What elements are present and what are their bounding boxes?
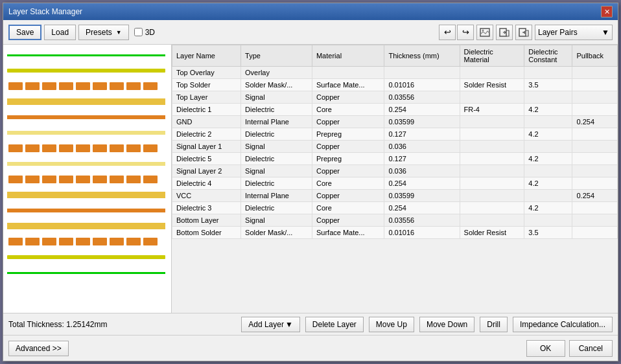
preview-bottom-solder bbox=[5, 249, 170, 265]
export-icon-button[interactable] bbox=[515, 25, 532, 40]
presets-button[interactable]: Presets ▼ bbox=[78, 25, 129, 40]
table-row[interactable]: Top SolderSolder Mask/...Surface Mate...… bbox=[172, 79, 618, 91]
table-row[interactable]: Bottom LayerSignalCopper0.03556 bbox=[172, 214, 618, 227]
drill-button[interactable]: Drill bbox=[480, 317, 508, 332]
preview-dielectric-2 bbox=[5, 125, 170, 141]
table-row[interactable]: Bottom SolderSolder Mask/...Surface Mate… bbox=[172, 227, 618, 239]
main-toolbar: Save Load Presets ▼ 3D ↩ ↪ bbox=[3, 20, 618, 45]
image-icon-button[interactable] bbox=[476, 25, 493, 40]
load-button[interactable]: Load bbox=[44, 25, 76, 40]
preview-top-solder bbox=[5, 63, 170, 78]
table-row[interactable]: Top LayerSignalCopper0.03556 bbox=[172, 91, 618, 104]
col-thickness: Thickness (mm) bbox=[384, 45, 460, 67]
preview-top-layer bbox=[5, 78, 170, 94]
redo-button[interactable]: ↪ bbox=[457, 25, 474, 40]
preview-signal-2 bbox=[5, 172, 170, 187]
preview-dielectric-4 bbox=[5, 187, 170, 203]
svg-rect-0 bbox=[480, 28, 489, 36]
svg-point-1 bbox=[482, 29, 484, 31]
import-icon-button[interactable] bbox=[496, 25, 513, 40]
table-row[interactable]: GNDInternal PlaneCopper0.035990.254 bbox=[172, 116, 618, 128]
preview-bottom-layer bbox=[5, 234, 170, 249]
col-pullback: Pullback bbox=[572, 45, 618, 67]
layer-pairs-arrow: ▼ bbox=[602, 28, 609, 37]
table-wrapper[interactable]: Layer Name Type Material Thickness (mm) … bbox=[172, 45, 618, 313]
preview-vcc bbox=[5, 203, 170, 218]
move-up-button[interactable]: Move Up bbox=[369, 317, 414, 332]
preview-dielectric-1 bbox=[5, 94, 170, 109]
ok-button[interactable]: OK bbox=[526, 340, 565, 357]
title-bar: Layer Stack Manager ✕ bbox=[3, 3, 618, 20]
undo-redo-group: ↩ ↪ bbox=[439, 25, 474, 40]
import-icon bbox=[499, 28, 510, 37]
table-row[interactable]: Top OverlayOverlay bbox=[172, 67, 618, 79]
bottom-toolbar: Advanced >> OK Cancel bbox=[3, 335, 618, 361]
table-row[interactable]: Dielectric 5DielectricPrepreg0.1274.2 bbox=[172, 153, 618, 165]
table-row[interactable]: Signal Layer 1SignalCopper0.036 bbox=[172, 141, 618, 153]
preview-signal-1 bbox=[5, 141, 170, 156]
impedance-button[interactable]: Impedance Calculation... bbox=[513, 317, 613, 332]
layer-pairs-dropdown[interactable]: Layer Pairs ▼ bbox=[535, 25, 613, 40]
close-button[interactable]: ✕ bbox=[601, 6, 613, 17]
window-title: Layer Stack Manager bbox=[8, 7, 82, 16]
preview-gnd bbox=[5, 109, 170, 125]
layer-table-area: Layer Name Type Material Thickness (mm) … bbox=[172, 45, 618, 313]
preview-dielectric-5 bbox=[5, 156, 170, 172]
table-row[interactable]: Signal Layer 2SignalCopper0.036 bbox=[172, 165, 618, 177]
layer-table: Layer Name Type Material Thickness (mm) … bbox=[172, 45, 618, 239]
preview-top-overlay bbox=[5, 47, 170, 63]
table-row[interactable]: VCCInternal PlaneCopper0.035990.254 bbox=[172, 190, 618, 202]
total-thickness: Total Thickness: 1.25142mm bbox=[8, 320, 108, 329]
layer-pairs-label: Layer Pairs bbox=[538, 28, 578, 37]
col-diel-material: DielectricMaterial bbox=[460, 45, 524, 67]
3d-label: 3D bbox=[145, 28, 155, 37]
presets-arrow: ▼ bbox=[116, 29, 122, 36]
col-material: Material bbox=[312, 45, 384, 67]
table-row[interactable]: Dielectric 4DielectricCore0.2544.2 bbox=[172, 177, 618, 190]
delete-layer-button[interactable]: Delete Layer bbox=[305, 317, 364, 332]
col-type: Type bbox=[241, 45, 312, 67]
table-row[interactable]: Dielectric 1DielectricCore0.254FR-44.2 bbox=[172, 104, 618, 116]
table-row[interactable]: Dielectric 2DielectricPrepreg0.1274.2 bbox=[172, 128, 618, 141]
col-layer-name: Layer Name bbox=[172, 45, 241, 67]
save-button[interactable]: Save bbox=[8, 25, 41, 40]
3d-checkbox[interactable] bbox=[134, 28, 143, 36]
image-icon bbox=[480, 28, 490, 37]
main-area: Layer Name Type Material Thickness (mm) … bbox=[3, 45, 618, 313]
col-diel-constant: DielectricConstant bbox=[524, 45, 572, 67]
preview-dielectric-3 bbox=[5, 218, 170, 234]
layer-stack-manager-window: Layer Stack Manager ✕ Save Load Presets … bbox=[3, 3, 618, 361]
add-layer-button[interactable]: Add Layer ▼ bbox=[241, 317, 300, 332]
layer-preview-panel bbox=[3, 45, 172, 313]
advanced-button[interactable]: Advanced >> bbox=[8, 341, 69, 356]
undo-button[interactable]: ↩ bbox=[439, 25, 456, 40]
cancel-button[interactable]: Cancel bbox=[569, 340, 613, 357]
status-bar: Total Thickness: 1.25142mm Add Layer ▼ D… bbox=[3, 313, 618, 335]
3d-checkbox-group: 3D bbox=[134, 28, 155, 37]
table-row[interactable]: Dielectric 3DielectricCore0.2544.2 bbox=[172, 202, 618, 214]
move-down-button[interactable]: Move Down bbox=[419, 317, 475, 332]
preview-bottom-overlay bbox=[5, 265, 170, 280]
export-icon bbox=[519, 28, 529, 37]
